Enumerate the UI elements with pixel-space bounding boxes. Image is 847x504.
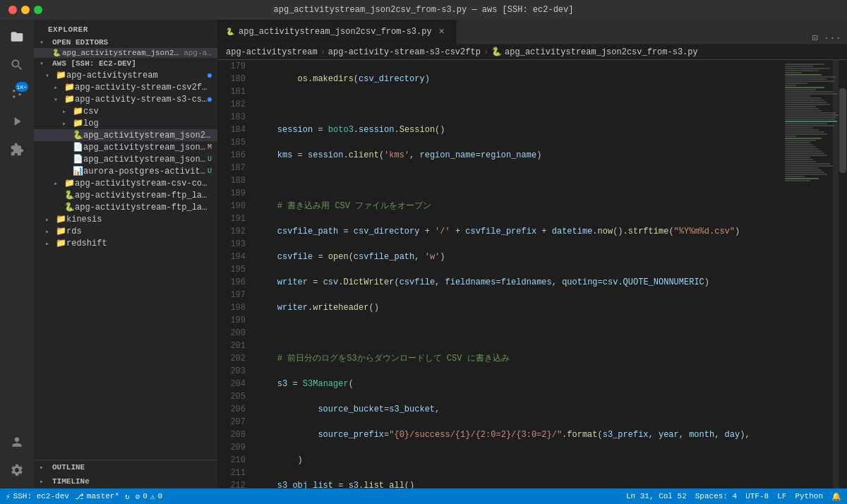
sidebar: EXPLORER ▾ OPEN EDITORS 🐍 apg_activityst…	[34, 20, 217, 488]
sync-dot2	[208, 97, 212, 102]
tree-item-redshift[interactable]: ▸ 📁 redshift	[34, 237, 217, 249]
activitybar: 1K+	[0, 20, 34, 488]
window-controls	[8, 6, 42, 14]
branch-icon: ⎇	[75, 492, 84, 501]
sync-status[interactable]: ↻	[125, 492, 130, 501]
timeline-toggle[interactable]: ▸ TIMELINe	[34, 474, 217, 488]
activitybar-bottom	[4, 429, 30, 488]
settings-icon[interactable]	[4, 457, 30, 483]
run-icon[interactable]	[4, 109, 30, 134]
breadcrumb-part-3[interactable]: 🐍 apg_activitystream_json2csv_from-s3.py	[491, 47, 698, 57]
tree-item-csv2ftp[interactable]: ▸ 📁 apg-activity-stream-csv2ftp	[34, 81, 217, 93]
tree-item-s3-csv2ftp[interactable]: ▾ 📁 apg-activity-stream-s3-csv2ftp	[34, 93, 217, 105]
error-icon: ⊘	[136, 492, 140, 501]
sync-dot	[208, 73, 212, 78]
breadcrumb: apg-activitystream › apg-activity-stream…	[217, 44, 847, 60]
tree-item-ftp-spec[interactable]: ▸ 🐍 apg-activitystream-ftp_lambda_functi…	[34, 201, 217, 213]
tree-item-lambda[interactable]: ▸ 📁 apg-activitystream-csv-convert-lambd…	[34, 177, 217, 189]
account-icon[interactable]	[4, 429, 30, 455]
titlebar-title: apg_activitystream_json2csv_from-s3.py —…	[274, 5, 574, 15]
open-editor-item[interactable]: 🐍 apg_activitystream_json2csv_from-s3.py…	[34, 48, 217, 58]
tree-item-sh[interactable]: ▸ 📄 apg_activitystream_json2csv_from-53.…	[34, 141, 217, 153]
breadcrumb-part-2[interactable]: apg-activity-stream-s3-csv2ftp	[328, 47, 481, 57]
tree-item-rds[interactable]: ▸ 📁 rds	[34, 225, 217, 237]
source-control-icon[interactable]: 1K+	[4, 80, 30, 106]
split-editor-icon[interactable]: ⊡	[812, 32, 817, 44]
extensions-icon[interactable]	[4, 137, 30, 162]
tree-item-apg-activitystream[interactable]: ▾ 📁 apg-activitystream	[34, 69, 217, 81]
line-numbers: 179 180 181 182 183 184 185 186 187 188 …	[217, 60, 251, 488]
close-button[interactable]	[8, 6, 17, 14]
open-editors-section: ▾ OPEN EDITORS 🐍 apg_activitystream_json…	[34, 37, 217, 58]
outline-section: ▸ OUTLINE ▸ TIMELINe	[34, 460, 217, 488]
code-content[interactable]: os.makedirs(csv_directory) session = bot…	[251, 60, 782, 488]
titlebar: apg_activitystream_json2csv_from-s3.py —…	[0, 0, 847, 20]
errors-status[interactable]: ⊘ 0 ⚠ 0	[136, 492, 162, 501]
breadcrumb-sep-2: ›	[483, 47, 488, 57]
code-editor[interactable]: 179 180 181 182 183 184 185 186 187 188 …	[217, 60, 847, 488]
main-row: 1K+ EXPLORER ▾ O	[0, 20, 847, 488]
tree-item-log[interactable]: ▸ 📁 log	[34, 117, 217, 129]
warning-icon: ⚠	[150, 492, 155, 501]
status-left: ⚡ SSH: ec2-dev ⎇ master* ↻ ⊘ 0 ⚠ 0	[6, 492, 162, 501]
scrollbar-thumb[interactable]	[839, 88, 846, 173]
minimize-button[interactable]	[21, 6, 30, 14]
tree-item-sh-te[interactable]: ▸ 📄 apg_activitystream_json2csv_from-s3.…	[34, 153, 217, 165]
tree-item-ftp-py[interactable]: ▸ 🐍 apg-activitystream-ftp_lambda_functi…	[34, 189, 217, 201]
tab-close-button[interactable]: ×	[436, 26, 447, 37]
sidebar-header: EXPLORER	[34, 20, 217, 37]
notification-icon[interactable]: 🔔	[831, 492, 841, 501]
statusbar: ⚡ SSH: ec2-dev ⎇ master* ↻ ⊘ 0 ⚠ 0 Ln 31…	[0, 488, 847, 504]
maximize-button[interactable]	[34, 6, 42, 14]
aws-section-toggle[interactable]: ▾ AWS [SSH: EC2-DEV]	[34, 58, 217, 69]
editor-area: 🐍 apg_activitystream_json2csv_from-s3.py…	[217, 20, 847, 488]
breadcrumb-sep-1: ›	[320, 47, 325, 57]
spaces-status[interactable]: Spaces: 4	[695, 492, 737, 500]
language-status[interactable]: Python	[795, 492, 823, 500]
outline-toggle[interactable]: ▸ OUTLINE	[34, 460, 217, 474]
search-icon[interactable]	[4, 52, 30, 78]
more-actions-icon[interactable]: ···	[824, 32, 841, 44]
tabs-actions: ⊡ ···	[806, 32, 847, 44]
branch-status[interactable]: ⎇ master*	[75, 492, 119, 501]
remote-status[interactable]: ⚡ SSH: ec2-dev	[6, 492, 69, 501]
scrollbar[interactable]	[839, 60, 847, 488]
explorer-icon[interactable]	[4, 24, 30, 49]
tree-item-csv-file[interactable]: ▸ 📊 aurora-postgres-activity.csv U	[34, 165, 217, 177]
tree-item-kinesis[interactable]: ▸ 📁 kinesis	[34, 213, 217, 225]
tree-item-csv[interactable]: ▸ 📁 csv	[34, 105, 217, 117]
tabs: 🐍 apg_activitystream_json2csv_from-s3.py…	[217, 20, 847, 44]
remote-icon: ⚡	[6, 492, 11, 501]
app: 1K+ EXPLORER ▾ O	[0, 20, 847, 504]
tree-item-py-main[interactable]: ▸ 🐍 apg_activitystream_json2csv_from-s3.…	[34, 129, 217, 141]
cursor-position[interactable]: Ln 31, Col 52	[626, 492, 687, 500]
open-editors-toggle[interactable]: ▾ OPEN EDITORS	[34, 37, 217, 48]
status-right: Ln 31, Col 52 Spaces: 4 UTF-8 LF Python …	[626, 492, 841, 501]
breadcrumb-part-1[interactable]: apg-activitystream	[226, 47, 318, 57]
encoding-status[interactable]: UTF-8	[745, 492, 769, 500]
minimap	[782, 60, 839, 488]
active-tab[interactable]: 🐍 apg_activitystream_json2csv_from-s3.py…	[217, 20, 457, 44]
aws-section: ▾ AWS [SSH: EC2-DEV] ▾ 📁 apg-activitystr…	[34, 58, 217, 249]
eol-status[interactable]: LF	[777, 492, 786, 500]
